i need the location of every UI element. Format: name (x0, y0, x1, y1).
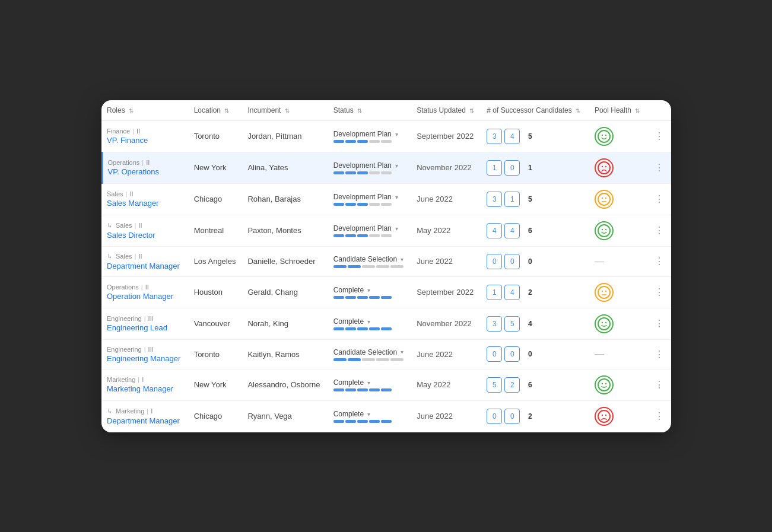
candidates-cell: 315 (482, 183, 590, 215)
more-actions-cell: ⋮ (647, 215, 671, 246)
svg-point-25 (605, 414, 606, 415)
svg-point-13 (598, 286, 610, 298)
succession-table: Roles ⇅ Location ⇅ Incumbent ⇅ Status ⇅ … (101, 100, 671, 432)
status-cell: Development Plan ▾ (329, 120, 412, 152)
pool-health-cell (590, 215, 647, 246)
status-progress-bars (333, 203, 407, 206)
status-updated-cell: June 2022 (412, 339, 482, 369)
candidates-cell: 002 (482, 400, 590, 432)
status-progress-bars (333, 140, 407, 143)
table-row: Engineering | III Engineering Lead Vanco… (102, 308, 671, 339)
more-actions-button[interactable]: ⋮ (652, 377, 666, 393)
svg-point-24 (602, 414, 603, 415)
table-header-row: Roles ⇅ Location ⇅ Incumbent ⇅ Status ⇅ … (102, 100, 671, 121)
more-actions-button[interactable]: ⋮ (652, 284, 666, 300)
col-successor-candidates[interactable]: # of Successor Candidates ⇅ (482, 100, 590, 121)
roles-cell: Engineering | III Engineering Lead (102, 308, 189, 339)
role-link[interactable]: Engineering Manager (107, 354, 180, 363)
role-link[interactable]: VP. Operations (108, 167, 159, 176)
status-cell: Development Plan ▾ (329, 152, 412, 183)
more-actions-button[interactable]: ⋮ (652, 408, 666, 424)
more-actions-cell: ⋮ (647, 369, 671, 400)
main-table-card: Roles ⇅ Location ⇅ Incumbent ⇅ Status ⇅ … (101, 100, 671, 432)
col-status[interactable]: Status ⇅ (329, 100, 412, 121)
status-text: Complete (333, 378, 364, 387)
status-cell: Development Plan ▾ (329, 183, 412, 215)
status-dropdown-icon[interactable]: ▾ (401, 256, 404, 263)
pool-health-cell (590, 276, 647, 308)
status-cell: Candidate Selection ▾ (329, 246, 412, 276)
status-text: Complete (333, 286, 364, 294)
pool-health-icon (595, 190, 614, 209)
candidate-count: 0 (522, 346, 538, 362)
svg-point-19 (605, 321, 606, 323)
roles-cell: ↳ Marketing | I Department Manager (102, 400, 189, 432)
status-dropdown-icon[interactable]: ▾ (367, 318, 370, 325)
status-progress-bars (333, 234, 407, 237)
role-link[interactable]: Engineering Lead (107, 323, 167, 332)
status-dropdown-icon[interactable]: ▾ (395, 163, 398, 169)
more-actions-button[interactable]: ⋮ (652, 346, 666, 362)
candidate-count: 3 (487, 192, 502, 207)
status-text: Candidate Selection (333, 255, 397, 263)
status-updated-cell: June 2022 (412, 183, 482, 215)
roles-cell: ↳ Sales | II Sales Director (102, 215, 189, 246)
incumbent-cell: Danielle, Schroeder (243, 246, 328, 276)
status-dropdown-icon[interactable]: ▾ (401, 349, 404, 355)
more-actions-cell: ⋮ (647, 400, 671, 432)
roles-cell: Sales | II Sales Manager (102, 183, 189, 215)
candidate-count: 1 (522, 160, 538, 176)
candidate-count: 4 (487, 223, 502, 238)
col-roles[interactable]: Roles ⇅ (102, 100, 189, 121)
role-link[interactable]: Sales Manager (107, 199, 158, 208)
more-actions-cell: ⋮ (647, 152, 671, 183)
role-link[interactable]: Marketing Manager (107, 384, 173, 393)
svg-point-22 (605, 383, 606, 384)
incumbent-cell: Rohan, Barajas (243, 183, 328, 215)
role-link[interactable]: Operation Manager (107, 292, 173, 301)
role-link[interactable]: Department Manager (107, 416, 180, 425)
role-link[interactable]: Sales Director (107, 231, 155, 240)
status-dropdown-icon[interactable]: ▾ (367, 380, 370, 386)
candidate-count: 5 (522, 129, 538, 144)
col-status-updated[interactable]: Status Updated ⇅ (412, 100, 482, 121)
status-dropdown-icon[interactable]: ▾ (395, 225, 398, 232)
location-cell: Montreal (189, 215, 243, 246)
candidate-count: 2 (522, 409, 538, 424)
col-location[interactable]: Location ⇅ (189, 100, 243, 121)
status-dropdown-icon[interactable]: ▾ (395, 131, 398, 138)
pool-health-icon: — (595, 256, 604, 266)
dept-label: Operations | II (108, 159, 185, 166)
candidate-count: 0 (522, 254, 538, 269)
incumbent-cell: Alina, Yates (243, 152, 328, 183)
status-dropdown-icon[interactable]: ▾ (367, 411, 370, 418)
svg-point-3 (598, 162, 610, 174)
more-actions-button[interactable]: ⋮ (652, 316, 666, 332)
more-actions-button[interactable]: ⋮ (652, 253, 666, 269)
more-actions-button[interactable]: ⋮ (652, 222, 666, 238)
candidate-count: 1 (487, 160, 502, 176)
more-actions-button[interactable]: ⋮ (652, 191, 666, 207)
more-actions-button[interactable]: ⋮ (652, 160, 666, 176)
svg-point-12 (605, 228, 606, 230)
svg-point-2 (605, 134, 606, 135)
status-cell: Complete ▾ (329, 276, 412, 308)
role-link[interactable]: Department Manager (107, 262, 180, 270)
svg-point-8 (605, 197, 606, 198)
col-incumbent[interactable]: Incumbent ⇅ (243, 100, 328, 121)
col-pool-health[interactable]: Pool Health ⇅ (590, 100, 647, 121)
status-dropdown-icon[interactable]: ▾ (395, 194, 398, 200)
svg-point-21 (602, 383, 603, 384)
role-link[interactable]: VP. Finance (107, 136, 148, 145)
location-cell: Vancouver (189, 308, 243, 339)
candidate-count: 0 (504, 160, 520, 176)
pool-health-icon (595, 221, 614, 240)
more-actions-button[interactable]: ⋮ (652, 128, 666, 144)
pool-health-icon (595, 407, 614, 426)
status-updated-cell: September 2022 (412, 120, 482, 152)
candidates-cell: 354 (482, 308, 590, 339)
status-dropdown-icon[interactable]: ▾ (367, 287, 370, 294)
roles-cell: ↳ Sales | II Department Manager (102, 246, 189, 276)
incumbent-cell: Norah, King (243, 308, 328, 339)
sort-icon-status: ⇅ (357, 107, 362, 114)
